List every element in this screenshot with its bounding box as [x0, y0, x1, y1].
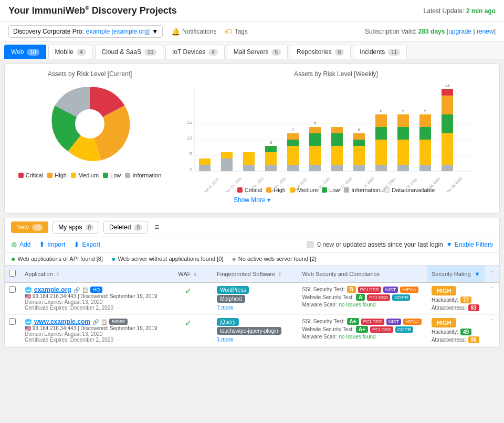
svg-rect-52 [397, 165, 409, 171]
row-2-menu[interactable]: ⋮ [485, 315, 499, 347]
charts-section: Assets by Risk Level [Current] [4, 64, 500, 214]
row-2-checkbox[interactable] [9, 318, 16, 325]
svg-text:8: 8 [380, 109, 383, 113]
tab-cloud-saas[interactable]: Cloud & SaaS 10 [95, 45, 164, 59]
enable-filters-button[interactable]: ▼ Enable Filters [446, 241, 493, 248]
sort-rating-icon: ▼ [475, 271, 480, 277]
menu-icon[interactable]: ≡ [154, 223, 159, 232]
import-icon: ⬆ [39, 240, 45, 249]
latest-update: Latest Update: 2 min ago [424, 7, 496, 15]
row-1-domain-expires: Domain Expires: August 13, 2020 [25, 299, 159, 305]
svg-rect-53 [397, 140, 409, 165]
import-button[interactable]: ⬆ Import [39, 240, 65, 249]
web-grade-2: A+ [356, 326, 368, 333]
show-more-link[interactable]: Show More ▾ [234, 196, 270, 204]
svg-rect-55 [397, 114, 409, 127]
more-software-link-1[interactable]: 7 more [217, 304, 233, 310]
row-checkbox-1[interactable] [5, 282, 20, 315]
hackability-val-1: 77 [460, 297, 471, 303]
hackability-val-2: 49 [460, 329, 471, 335]
svg-text:15: 15 [187, 120, 192, 125]
tab-myapps-button[interactable]: My apps 0 [52, 221, 99, 234]
copy-icon[interactable]: 📋 [82, 287, 88, 293]
table-row: 🌐 example.org 🔗 📋 HQ 🇺🇸 93.184.216.34:44… [5, 282, 499, 315]
svg-text:10: 10 [187, 135, 192, 141]
app-link-1[interactable]: example.org [34, 286, 71, 293]
tab-new-button[interactable]: New 10 [11, 221, 48, 233]
charts-row: Assets by Risk Level [Current] [11, 70, 493, 193]
svg-rect-10 [199, 158, 211, 165]
th-settings[interactable]: ⋮ [485, 266, 499, 282]
medium-dot [71, 173, 76, 178]
project-dropdown[interactable]: Discovery Corporate Pro: example [exampl… [8, 25, 163, 38]
upgrade-link[interactable]: upgrade [448, 28, 471, 35]
hackability-1: Hackability: 77 [432, 297, 481, 303]
ssl-test-line-2: SSL Security Test: A+ PCI DSS NIST HIPAA [302, 318, 423, 325]
svg-rect-35 [331, 165, 343, 171]
tab-incidents[interactable]: Incidents 11 [353, 45, 407, 59]
th-security-rating[interactable]: Security Rating ▼ [427, 266, 485, 282]
legend-medium: Medium [71, 172, 99, 178]
hackability-2: Hackability: 49 [432, 329, 481, 335]
svg-rect-37 [331, 133, 343, 146]
svg-text:7: 7 [314, 121, 317, 126]
info-dot [125, 173, 130, 178]
settings-icon[interactable]: ⋮ [489, 270, 495, 277]
row-1-security: SSL Security Test: B PCI DSS NIST HIPAA … [298, 282, 427, 315]
more-software-link-2[interactable]: 1 more [217, 336, 233, 342]
row-1-checkbox[interactable] [9, 286, 16, 293]
th-waf[interactable]: WAF ⇕ [174, 266, 202, 282]
row-2-security: SSL Security Test: A+ PCI DSS NIST HIPAA… [298, 315, 427, 347]
th-checkbox[interactable] [5, 266, 20, 282]
svg-rect-64 [442, 165, 453, 171]
pie-chart-container: Assets by Risk Level [Current] [11, 70, 169, 178]
row-1-app-col [163, 282, 174, 315]
tab-mail-servers[interactable]: Mail Servers 5 [227, 45, 288, 59]
row-1-software-col [287, 282, 298, 315]
table-row: 🌐 www.example.com 🔗 📋 56565 🇺🇸 93.184.21… [5, 315, 499, 347]
row-2-software-col [287, 315, 298, 347]
main-tabs: Web 10 Mobile 4 Cloud & SaaS 10 IoT Devi… [0, 41, 504, 59]
tab-repositories[interactable]: Repositories 8 [290, 45, 351, 59]
globe-icon-2: 🌐 [25, 319, 32, 325]
svg-rect-40 [353, 165, 365, 171]
top-bar: Your ImmuniWeb® Discovery Projects Lates… [0, 0, 504, 22]
row-checkbox-2[interactable] [5, 315, 20, 347]
attractiveness-val-1: 83 [468, 304, 479, 311]
sort-application-icon: ⇕ [56, 272, 60, 277]
main-content: Assets by Risk Level [Current] [0, 64, 504, 347]
pie-chart-svg [48, 82, 132, 166]
export-button[interactable]: ⬇ Export [74, 240, 100, 249]
external-link-icon-2[interactable]: 🔗 [92, 319, 99, 325]
external-link-icon[interactable]: 🔗 [74, 287, 80, 293]
add-button[interactable]: ⊕ Add [11, 240, 30, 249]
attractiveness-1: Attractiveness: 83 [432, 304, 481, 311]
page-title: Your ImmuniWeb® Discovery Projects [8, 5, 177, 16]
tag-hipaa-1: HIPAA [400, 287, 418, 293]
legend-high: High [47, 172, 67, 178]
tab-web[interactable]: Web 10 [4, 45, 46, 59]
tab-iot-devices[interactable]: IoT Devices 4 [165, 45, 225, 59]
svg-rect-59 [419, 140, 431, 165]
tab-deleted-button[interactable]: Deleted 0 [103, 221, 148, 234]
svg-rect-18 [265, 165, 277, 171]
tag-pci2-2: PCI DSS [370, 326, 393, 333]
tab-mobile[interactable]: Mobile 4 [48, 45, 93, 59]
renew-link[interactable]: renew [477, 28, 494, 35]
svg-rect-31 [309, 133, 321, 146]
app-link-2[interactable]: www.example.com [34, 318, 90, 325]
copy-icon-2[interactable]: 📋 [101, 319, 107, 325]
svg-rect-29 [309, 165, 321, 171]
update-indicator [307, 241, 314, 248]
pie-legend: Critical High Medium Low [11, 172, 169, 178]
tags-button[interactable]: 🏷 Tags [225, 27, 247, 36]
svg-rect-32 [309, 127, 321, 133]
row-1-menu[interactable]: ⋮ [485, 282, 499, 315]
web-grade-1: A [356, 294, 365, 301]
svg-rect-13 [221, 152, 233, 158]
status-bar: 0 new or updated assets since your last … [307, 241, 493, 248]
th-application[interactable]: Application ⇕ [20, 266, 163, 282]
notifications-button[interactable]: 🔔 Notifications [171, 27, 216, 36]
svg-rect-36 [331, 146, 343, 165]
select-all-checkbox[interactable] [9, 270, 16, 277]
